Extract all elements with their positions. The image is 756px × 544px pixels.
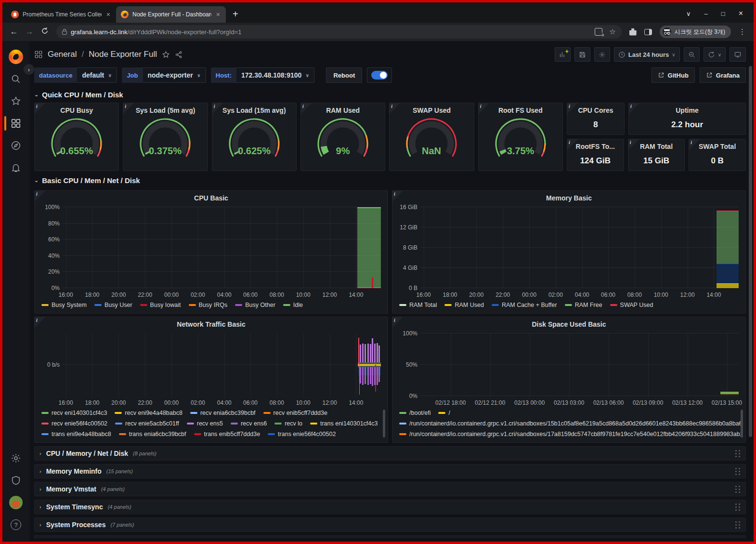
panel-info-corner[interactable]: i: [392, 317, 403, 328]
drag-handle[interactable]: [735, 450, 741, 457]
refresh-button[interactable]: ∨: [704, 47, 726, 62]
legend-item[interactable]: trans enie56f4c00502: [268, 431, 336, 438]
legend-item[interactable]: recv enie5acb5c01ff: [115, 420, 179, 427]
sidebar-item-help[interactable]: ?: [2, 514, 29, 536]
legend-item[interactable]: trans enia6cbc39bcbf: [119, 431, 186, 438]
reload-icon[interactable]: [38, 27, 52, 37]
collapsed-row[interactable]: ›CPU / Memory / Net / Disk(8 panels): [34, 446, 746, 461]
extensions-icon[interactable]: [629, 28, 637, 36]
legend-item[interactable]: recv enib5cff7ddd3e: [263, 410, 327, 416]
variable-value-dropdown[interactable]: node-exporter∨: [143, 67, 206, 83]
minimize-icon[interactable]: –: [704, 10, 708, 17]
url-text[interactable]: grafana.learn-dc.link/d/rYdddlPWk/node-e…: [71, 28, 241, 36]
page-scrollbar[interactable]: [749, 66, 752, 437]
plot-area[interactable]: 0 b/s16:0018:0020:0022:0000:0002:0004:00…: [63, 333, 381, 396]
add-panel-button[interactable]: +: [555, 47, 571, 62]
sidebar-item-configuration[interactable]: [2, 447, 29, 469]
panel-info-corner[interactable]: i: [301, 103, 312, 114]
plot-area[interactable]: 100%80%60%40%20%0%16:0018:0020:0022:0000…: [63, 207, 381, 288]
legend-item[interactable]: recv lo: [274, 420, 302, 427]
panel-title[interactable]: Memory Basic: [392, 191, 745, 204]
sidebar-item-dashboards[interactable]: [2, 112, 29, 134]
legend-item[interactable]: RAM Cache + Buffer: [492, 302, 557, 308]
panel-title[interactable]: RAM Used: [301, 103, 385, 117]
sidebar-item-profile[interactable]: [2, 491, 29, 514]
variable-value-dropdown[interactable]: default∨: [77, 67, 117, 83]
save-dashboard-button[interactable]: [574, 47, 590, 62]
panel-info-corner[interactable]: i: [628, 139, 639, 150]
legend-item[interactable]: /run/containerd/io.containerd.grpc.v1.cr…: [399, 431, 742, 438]
sidebar-item-alerting[interactable]: [2, 157, 29, 179]
window-menu-icon[interactable]: ∨: [686, 10, 691, 17]
legend-item[interactable]: Idle: [283, 302, 303, 308]
panel-title[interactable]: Sys Load (15m avg): [212, 103, 296, 117]
reboot-button[interactable]: Reboot: [326, 67, 362, 83]
legend-item[interactable]: recv ens6: [231, 420, 267, 427]
legend-item[interactable]: /: [438, 410, 450, 416]
plot-area[interactable]: 16 GiB12 GiB8 GiB4 GiB0 B16:0018:0020:00…: [420, 207, 739, 288]
panel-info-corner[interactable]: i: [35, 317, 45, 328]
drag-handle[interactable]: [735, 504, 741, 511]
panel-title[interactable]: Sys Load (5m avg): [123, 103, 207, 117]
legend-item[interactable]: Busy Iowait: [140, 302, 181, 308]
legend-item[interactable]: RAM Used: [444, 302, 483, 308]
legend-item[interactable]: SWAP Used: [610, 302, 653, 308]
panel-info-corner[interactable]: i: [629, 103, 639, 114]
drag-handle[interactable]: [735, 468, 741, 475]
sidebar-expand-button[interactable]: ›: [24, 64, 34, 75]
panel-info-corner[interactable]: i: [35, 103, 45, 114]
legend-item[interactable]: /run/containerd/io.containerd.grpc.v1.cr…: [399, 420, 742, 427]
tab-prometheus[interactable]: Prometheus Time Series Collecti ×: [6, 6, 116, 23]
drag-handle[interactable]: [735, 521, 741, 529]
plot-area[interactable]: 100%50%0%02/12 18:0002/12 21:0002/13 00:…: [420, 333, 739, 396]
row-title-quick[interactable]: ⌄ Quick CPU / Mem / Disk: [34, 87, 746, 102]
variable-value-dropdown[interactable]: 172.30.48.108:9100∨: [236, 67, 314, 83]
legend-item[interactable]: Busy User: [94, 302, 132, 308]
panel-title[interactable]: Root FS Used: [479, 103, 562, 117]
panel-info-corner[interactable]: i: [123, 103, 134, 114]
share-icon[interactable]: [175, 51, 183, 59]
panel-info-corner[interactable]: i: [689, 139, 700, 150]
back-icon[interactable]: ←: [7, 27, 21, 37]
collapsed-row[interactable]: ›Memory Vmstat(4 panels): [34, 482, 746, 496]
maximize-icon[interactable]: □: [721, 10, 725, 17]
bookmark-star-icon[interactable]: ☆: [609, 27, 615, 36]
sidebar-item-server-admin[interactable]: [2, 469, 29, 491]
address-bar[interactable]: grafana.learn-dc.link/d/rYdddlPWk/node-e…: [56, 25, 622, 39]
collapsed-row[interactable]: ›System Timesync(4 panels): [34, 500, 746, 514]
panel-info-corner[interactable]: i: [35, 191, 45, 201]
legend-item[interactable]: Busy System: [41, 302, 87, 308]
forward-icon[interactable]: →: [23, 27, 36, 37]
new-tab-button[interactable]: +: [226, 9, 245, 23]
github-link-button[interactable]: GitHub: [652, 67, 695, 83]
tab-node-exporter[interactable]: Node Exporter Full - Dashboard ×: [116, 6, 226, 23]
kebab-menu-icon[interactable]: ⋮: [739, 27, 746, 36]
legend-item[interactable]: recv eni140301cf4c3: [41, 410, 107, 416]
panel-info-corner[interactable]: i: [390, 103, 400, 114]
legend-item[interactable]: trans eni140301cf4c3: [310, 420, 378, 427]
tv-mode-button[interactable]: [730, 47, 746, 62]
toggle-switch[interactable]: [371, 71, 388, 80]
panel-info-corner[interactable]: i: [392, 191, 403, 201]
legend-item[interactable]: Busy Other: [235, 302, 275, 308]
panel-title[interactable]: Network Traffic Basic: [35, 317, 388, 331]
sidebar-item-starred[interactable]: [2, 90, 29, 112]
legend-scrollbar[interactable]: [383, 410, 385, 438]
legend-item[interactable]: recv enia6cbc39bcbf: [190, 410, 256, 416]
legend-item[interactable]: RAM Total: [399, 302, 437, 308]
panel-title[interactable]: SWAP Used: [390, 103, 473, 117]
panel-info-corner[interactable]: i: [212, 103, 223, 114]
legend-item[interactable]: trans eni9e4a48babc8: [41, 431, 111, 438]
collapsed-row[interactable]: ›System Processes(7 panels): [34, 517, 746, 532]
star-dashboard-icon[interactable]: [162, 51, 170, 59]
close-tab-icon[interactable]: ×: [215, 11, 221, 18]
time-range-picker[interactable]: Last 24 hours ∨: [614, 47, 680, 62]
row-title-basic[interactable]: ⌄ Basic CPU / Mem / Net / Disk: [34, 173, 746, 187]
legend-item[interactable]: recv enie56f4c00502: [41, 420, 107, 427]
legend-item[interactable]: trans enib5cff7ddd3e: [194, 431, 261, 438]
legend-scrollbar[interactable]: [741, 410, 743, 438]
side-panel-icon[interactable]: [644, 29, 652, 35]
panel-info-corner[interactable]: i: [479, 103, 489, 114]
legend-item[interactable]: Busy IRQs: [189, 302, 228, 308]
legend-item[interactable]: RAM Free: [565, 302, 602, 308]
